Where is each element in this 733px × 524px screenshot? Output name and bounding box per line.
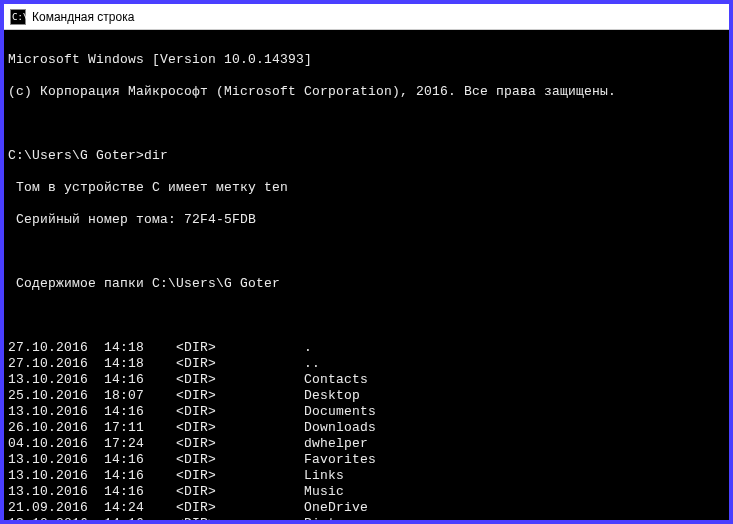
dir-entry: 13.10.2016 14:16 <DIR> Links [8,468,725,484]
blank [8,308,725,324]
copyright-line: (с) Корпорация Майкрософт (Microsoft Cor… [8,84,725,100]
dir-entry: 13.10.2016 14:16 <DIR> Favorites [8,452,725,468]
prompt-line-1: C:\Users\G Goter>dir [8,148,725,164]
blank [8,116,725,132]
svg-text:C:\: C:\ [12,12,26,22]
contents-header: Содержимое папки C:\Users\G Goter [8,276,725,292]
dir-entry: 13.10.2016 14:16 <DIR> Pictures [8,516,725,520]
dir-entry: 13.10.2016 14:16 <DIR> Contacts [8,372,725,388]
window-title: Командная строка [32,10,134,24]
command: dir [144,148,168,163]
dir-entry: 21.09.2016 14:24 <DIR> OneDrive [8,500,725,516]
dir-listing: 27.10.2016 14:18 <DIR> .27.10.2016 14:18… [8,340,725,520]
dir-entry: 13.10.2016 14:16 <DIR> Music [8,484,725,500]
blank [8,244,725,260]
dir-entry: 13.10.2016 14:16 <DIR> Documents [8,404,725,420]
dir-entry: 27.10.2016 14:18 <DIR> . [8,340,725,356]
dir-entry: 04.10.2016 17:24 <DIR> dwhelper [8,436,725,452]
dir-entry: 26.10.2016 17:11 <DIR> Downloads [8,420,725,436]
dir-entry: 27.10.2016 14:18 <DIR> .. [8,356,725,372]
command-prompt-window: C:\ Командная строка Microsoft Windows [… [4,4,729,520]
header-line: Microsoft Windows [Version 10.0.14393] [8,52,725,68]
dir-entry: 25.10.2016 18:07 <DIR> Desktop [8,388,725,404]
volume-label-line: Том в устройстве C имеет метку ten [8,180,725,196]
terminal-output[interactable]: Microsoft Windows [Version 10.0.14393] (… [4,30,729,520]
volume-serial-line: Серийный номер тома: 72F4-5FDB [8,212,725,228]
prompt: C:\Users\G Goter> [8,148,144,163]
cmd-icon: C:\ [10,9,26,25]
titlebar[interactable]: C:\ Командная строка [4,4,729,30]
